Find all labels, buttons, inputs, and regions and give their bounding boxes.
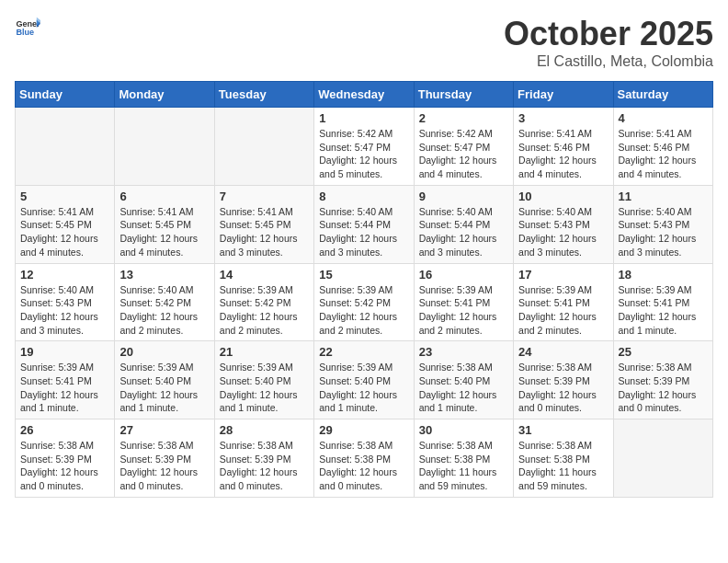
day-number: 10 [518,190,608,203]
day-info: Sunrise: 5:39 AM Sunset: 5:41 PM Dayligh… [619,283,708,338]
day-number: 2 [419,111,508,125]
day-info: Sunrise: 5:38 AM Sunset: 5:40 PM Dayligh… [419,361,508,415]
calendar-day-26: 26Sunrise: 5:38 AM Sunset: 5:39 PM Dayli… [16,419,115,498]
svg-text:Blue: Blue [16,28,34,37]
day-number: 31 [518,423,608,437]
day-number: 26 [20,423,109,437]
page-header: General Blue October 2025 El Castillo, M… [15,15,713,70]
weekday-header-saturday: Saturday [613,82,712,108]
day-info: Sunrise: 5:38 AM Sunset: 5:39 PM Dayligh… [619,361,708,415]
day-info: Sunrise: 5:40 AM Sunset: 5:43 PM Dayligh… [518,205,608,259]
day-number: 23 [419,345,508,359]
day-info: Sunrise: 5:39 AM Sunset: 5:41 PM Dayligh… [518,283,608,338]
day-number: 6 [119,190,209,203]
day-number: 5 [20,190,109,203]
calendar-day-27: 27Sunrise: 5:38 AM Sunset: 5:39 PM Dayli… [115,419,214,498]
day-number: 15 [319,268,408,282]
calendar-day-2: 2Sunrise: 5:42 AM Sunset: 5:47 PM Daylig… [414,108,513,186]
day-info: Sunrise: 5:38 AM Sunset: 5:38 PM Dayligh… [518,439,608,493]
calendar-day-17: 17Sunrise: 5:39 AM Sunset: 5:41 PM Dayli… [514,263,613,341]
day-number: 1 [319,111,408,125]
empty-day-cell [115,108,214,186]
calendar-day-23: 23Sunrise: 5:38 AM Sunset: 5:40 PM Dayli… [414,341,513,419]
calendar-day-6: 6Sunrise: 5:41 AM Sunset: 5:45 PM Daylig… [115,185,214,263]
day-info: Sunrise: 5:39 AM Sunset: 5:41 PM Dayligh… [419,283,508,338]
calendar-day-30: 30Sunrise: 5:38 AM Sunset: 5:38 PM Dayli… [414,419,513,498]
calendar-day-31: 31Sunrise: 5:38 AM Sunset: 5:38 PM Dayli… [514,419,613,498]
calendar-day-18: 18Sunrise: 5:39 AM Sunset: 5:41 PM Dayli… [613,263,712,341]
calendar-day-19: 19Sunrise: 5:39 AM Sunset: 5:41 PM Dayli… [16,341,115,419]
empty-day-cell [613,419,712,498]
calendar-week-row: 1Sunrise: 5:42 AM Sunset: 5:47 PM Daylig… [16,108,713,186]
calendar-day-1: 1Sunrise: 5:42 AM Sunset: 5:47 PM Daylig… [314,108,414,186]
day-info: Sunrise: 5:41 AM Sunset: 5:45 PM Dayligh… [119,205,209,259]
weekday-header-row: SundayMondayTuesdayWednesdayThursdayFrid… [16,82,713,108]
day-number: 20 [119,345,209,359]
day-number: 12 [20,268,109,282]
calendar-day-13: 13Sunrise: 5:40 AM Sunset: 5:42 PM Dayli… [115,263,214,341]
day-info: Sunrise: 5:41 AM Sunset: 5:46 PM Dayligh… [518,127,608,181]
day-info: Sunrise: 5:42 AM Sunset: 5:47 PM Dayligh… [419,127,508,181]
day-info: Sunrise: 5:40 AM Sunset: 5:44 PM Dayligh… [319,205,408,259]
calendar-day-14: 14Sunrise: 5:39 AM Sunset: 5:42 PM Dayli… [214,263,313,341]
day-info: Sunrise: 5:38 AM Sunset: 5:39 PM Dayligh… [220,439,309,493]
weekday-header-wednesday: Wednesday [314,82,414,108]
day-number: 22 [319,345,408,359]
calendar-day-29: 29Sunrise: 5:38 AM Sunset: 5:38 PM Dayli… [314,419,414,498]
weekday-header-tuesday: Tuesday [214,82,313,108]
calendar-day-24: 24Sunrise: 5:38 AM Sunset: 5:39 PM Dayli… [514,341,613,419]
day-number: 8 [319,190,408,203]
day-info: Sunrise: 5:39 AM Sunset: 5:42 PM Dayligh… [319,283,408,338]
calendar-day-7: 7Sunrise: 5:41 AM Sunset: 5:45 PM Daylig… [214,185,313,263]
calendar-day-10: 10Sunrise: 5:40 AM Sunset: 5:43 PM Dayli… [514,185,613,263]
calendar-day-5: 5Sunrise: 5:41 AM Sunset: 5:45 PM Daylig… [16,185,115,263]
logo-icon: General Blue [15,15,40,40]
day-number: 18 [619,268,708,282]
calendar-week-row: 12Sunrise: 5:40 AM Sunset: 5:43 PM Dayli… [16,263,713,341]
weekday-header-friday: Friday [514,82,613,108]
day-info: Sunrise: 5:38 AM Sunset: 5:39 PM Dayligh… [518,361,608,415]
empty-day-cell [16,108,115,186]
day-info: Sunrise: 5:40 AM Sunset: 5:43 PM Dayligh… [619,205,708,259]
day-info: Sunrise: 5:38 AM Sunset: 5:39 PM Dayligh… [20,439,109,493]
day-number: 16 [419,268,508,282]
calendar-day-22: 22Sunrise: 5:39 AM Sunset: 5:40 PM Dayli… [314,341,414,419]
day-info: Sunrise: 5:42 AM Sunset: 5:47 PM Dayligh… [319,127,408,181]
day-info: Sunrise: 5:38 AM Sunset: 5:39 PM Dayligh… [119,439,209,493]
day-info: Sunrise: 5:40 AM Sunset: 5:42 PM Dayligh… [119,283,209,338]
weekday-header-sunday: Sunday [16,82,115,108]
day-info: Sunrise: 5:39 AM Sunset: 5:40 PM Dayligh… [119,361,209,415]
day-number: 9 [419,190,508,203]
day-info: Sunrise: 5:41 AM Sunset: 5:45 PM Dayligh… [220,205,309,259]
calendar-day-9: 9Sunrise: 5:40 AM Sunset: 5:44 PM Daylig… [414,185,513,263]
calendar-day-3: 3Sunrise: 5:41 AM Sunset: 5:46 PM Daylig… [514,108,613,186]
location-subtitle: El Castillo, Meta, Colombia [504,53,713,70]
day-number: 11 [619,190,708,203]
day-info: Sunrise: 5:39 AM Sunset: 5:41 PM Dayligh… [20,361,109,415]
day-info: Sunrise: 5:39 AM Sunset: 5:40 PM Dayligh… [220,361,309,415]
title-area: October 2025 El Castillo, Meta, Colombia [504,15,713,70]
day-number: 13 [119,268,209,282]
day-number: 25 [619,345,708,359]
calendar-day-8: 8Sunrise: 5:40 AM Sunset: 5:44 PM Daylig… [314,185,414,263]
calendar-day-15: 15Sunrise: 5:39 AM Sunset: 5:42 PM Dayli… [314,263,414,341]
month-year-title: October 2025 [504,15,713,53]
day-info: Sunrise: 5:39 AM Sunset: 5:42 PM Dayligh… [220,283,309,338]
day-info: Sunrise: 5:38 AM Sunset: 5:38 PM Dayligh… [319,439,408,493]
empty-day-cell [214,108,313,186]
day-number: 14 [220,268,309,282]
day-number: 7 [220,190,309,203]
day-info: Sunrise: 5:41 AM Sunset: 5:46 PM Dayligh… [619,127,708,181]
day-number: 27 [119,423,209,437]
calendar-day-28: 28Sunrise: 5:38 AM Sunset: 5:39 PM Dayli… [214,419,313,498]
calendar-day-20: 20Sunrise: 5:39 AM Sunset: 5:40 PM Dayli… [115,341,214,419]
day-number: 28 [220,423,309,437]
calendar-week-row: 19Sunrise: 5:39 AM Sunset: 5:41 PM Dayli… [16,341,713,419]
day-number: 24 [518,345,608,359]
calendar-week-row: 26Sunrise: 5:38 AM Sunset: 5:39 PM Dayli… [16,419,713,498]
day-number: 4 [619,111,708,125]
logo: General Blue [15,15,40,40]
calendar-week-row: 5Sunrise: 5:41 AM Sunset: 5:45 PM Daylig… [16,185,713,263]
calendar-day-16: 16Sunrise: 5:39 AM Sunset: 5:41 PM Dayli… [414,263,513,341]
weekday-header-thursday: Thursday [414,82,513,108]
